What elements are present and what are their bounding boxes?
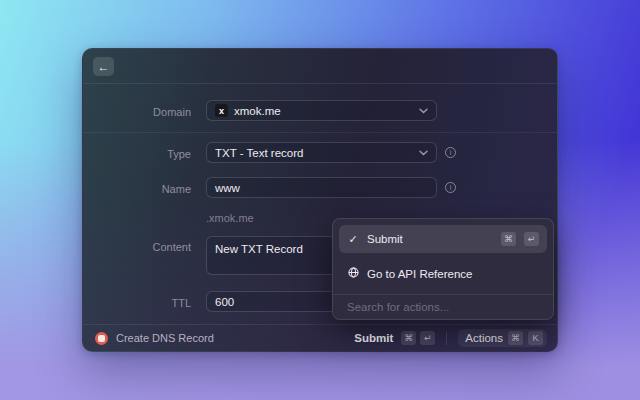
action-item-submit[interactable]: ✓ Submit ⌘ ↵ xyxy=(339,225,547,253)
cmd-key-icon: ⌘ xyxy=(401,331,416,345)
action-item-label: Go to API Reference xyxy=(367,268,539,280)
name-value: www xyxy=(215,182,428,194)
enter-key-icon: ↵ xyxy=(524,232,539,246)
actions-panel: ✓ Submit ⌘ ↵ Go to API Reference xyxy=(332,218,554,320)
back-button[interactable]: ← xyxy=(93,57,114,76)
domain-select[interactable]: x xmok.me xyxy=(206,100,437,121)
action-item-label: Submit xyxy=(367,233,493,245)
section-divider xyxy=(83,132,557,133)
ttl-label: TTL xyxy=(83,297,191,309)
type-value: TXT - Text record xyxy=(215,147,413,159)
command-title: Create DNS Record xyxy=(116,332,354,344)
type-label: Type xyxy=(83,148,191,160)
footer-divider xyxy=(446,331,447,345)
cmd-key-icon: ⌘ xyxy=(508,331,523,345)
globe-icon xyxy=(347,267,359,280)
actions-button[interactable]: Actions ⌘ K xyxy=(458,329,547,347)
name-input[interactable]: www xyxy=(206,177,437,198)
status-bar: Create DNS Record Submit ⌘ ↵ Actions ⌘ K xyxy=(83,324,557,351)
check-icon: ✓ xyxy=(347,233,359,246)
name-info-icon[interactable]: i xyxy=(445,182,456,193)
domain-favicon-icon: x xyxy=(215,104,228,117)
extension-app-icon xyxy=(95,332,108,345)
desktop-background: ← Domain x xmok.me Type TXT - Text recor… xyxy=(0,0,640,400)
name-suffix-hint: .xmok.me xyxy=(206,212,254,224)
submit-button[interactable]: Submit xyxy=(354,332,393,344)
k-key-icon: K xyxy=(528,331,543,345)
actions-search-input[interactable] xyxy=(333,295,553,319)
action-item-api-reference[interactable]: Go to API Reference xyxy=(339,253,547,294)
domain-value: xmok.me xyxy=(234,105,413,117)
window-header: ← xyxy=(83,49,557,84)
type-info-icon[interactable]: i xyxy=(445,147,456,158)
back-arrow-icon: ← xyxy=(98,61,110,73)
chevron-down-icon xyxy=(419,150,428,156)
actions-button-label: Actions xyxy=(465,332,503,344)
chevron-down-icon xyxy=(419,108,428,114)
footer-actions: Submit ⌘ ↵ Actions ⌘ K xyxy=(354,329,547,347)
content-label: Content xyxy=(83,241,191,253)
name-label: Name xyxy=(83,183,191,195)
content-value: New TXT Record xyxy=(215,243,303,255)
domain-label: Domain xyxy=(83,106,191,118)
enter-key-icon: ↵ xyxy=(420,331,435,345)
cmd-key-icon: ⌘ xyxy=(501,232,516,246)
type-select[interactable]: TXT - Text record xyxy=(206,142,437,163)
